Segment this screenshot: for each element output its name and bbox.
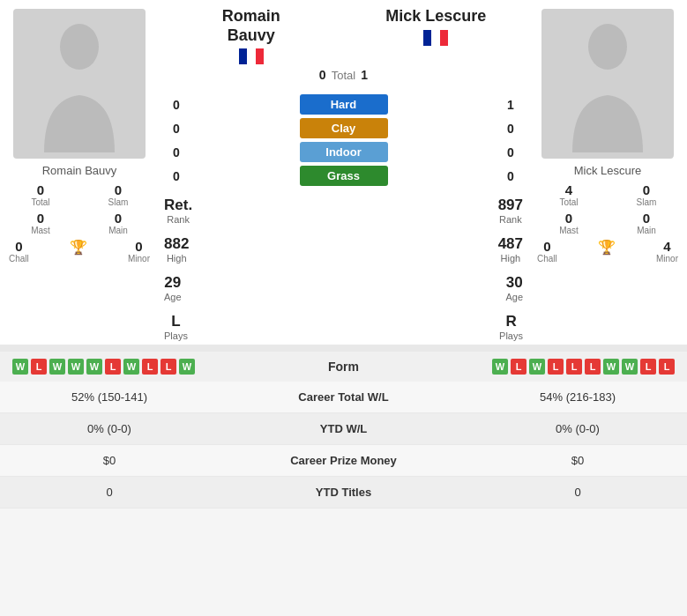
- right-form-badge-9: L: [659, 359, 675, 375]
- right-form-badge-0: W: [492, 359, 508, 375]
- left-age-label: Age: [164, 292, 182, 302]
- left-form-badge-2: W: [49, 359, 65, 375]
- left-form-badge-9: W: [179, 359, 195, 375]
- right-player-name-label: Mick Lescure: [574, 164, 642, 177]
- right-form-badge-3: L: [548, 359, 564, 375]
- right-name-center: Mick Lescure: [344, 7, 529, 46]
- right-plays-stat: R Plays: [499, 309, 523, 345]
- right-form-badge-1: L: [511, 359, 526, 375]
- right-mast-value: 0: [537, 211, 601, 226]
- court-left-score: 0: [168, 98, 185, 112]
- stats-row-2: $0 Career Prize Money $0: [0, 445, 687, 477]
- court-left-score: 0: [168, 145, 185, 160]
- right-trophy-row: 0 Chall 🏆 4 Minor: [537, 239, 678, 263]
- left-main-value: 0: [86, 211, 150, 226]
- right-main-value: 0: [615, 211, 678, 226]
- stats-center-3: YTD Titles: [206, 486, 481, 499]
- left-high-stat: 882 High: [164, 232, 189, 267]
- left-name-center: Romain Bauvy: [159, 7, 344, 64]
- right-mast-label: Mast: [537, 226, 601, 235]
- main-container: Romain Bauvy 0 Total 0 Slam 0 Mast 0 Mai…: [0, 0, 687, 508]
- right-age-stat: 30 Age: [505, 271, 523, 306]
- right-form-badge-7: W: [622, 359, 638, 375]
- stats-table: 52% (150-141) Career Total W/L 54% (216-…: [0, 382, 687, 508]
- left-form-badges: WLWWWLWLLW: [12, 359, 195, 375]
- left-slam-label: Slam: [86, 197, 150, 207]
- court-badge-grass: Grass: [300, 166, 388, 186]
- stats-center-0: Career Total W/L: [206, 390, 481, 404]
- rflag-red: [440, 30, 448, 46]
- left-flag-fr: [239, 48, 264, 64]
- left-total-cell: 0 Total: [9, 182, 72, 207]
- left-plays-stat: L Plays: [164, 309, 188, 345]
- right-form-badge-8: L: [640, 359, 656, 375]
- flag-red: [256, 48, 264, 64]
- court-row-clay: 0 Clay 0: [159, 118, 528, 138]
- right-age-value: 30: [505, 274, 523, 292]
- left-plays-value: L: [164, 313, 188, 330]
- stats-row-1: 0% (0-0) YTD W/L 0% (0-0): [0, 413, 687, 445]
- left-rank-label: Rank: [164, 214, 192, 225]
- stats-left-3: 0: [12, 486, 206, 499]
- left-trophy-row: 0 Chall 🏆 0 Minor: [9, 239, 150, 263]
- left-mast-label: Mast: [9, 226, 72, 235]
- right-player-col: Mick Lescure 4 Total 0 Slam 0 Mast 0 Mai…: [528, 0, 687, 345]
- stats-center-1: YTD W/L: [206, 422, 481, 435]
- court-row-grass: 0 Grass 0: [159, 166, 528, 186]
- left-chall-value: 0: [9, 239, 29, 254]
- left-mast-value: 0: [9, 211, 72, 226]
- center-stats-row: Ret. Rank 897 Rank: [159, 193, 528, 228]
- left-chall-cell: 0 Chall: [9, 239, 29, 263]
- left-plays-label: Plays: [164, 330, 188, 341]
- left-total-value: 0: [9, 182, 72, 197]
- right-player-photo: [541, 9, 674, 159]
- right-main-cell: 0 Main: [615, 211, 678, 235]
- age-stats-row: 29 Age 30 Age: [159, 271, 528, 306]
- right-chall-cell: 0 Chall: [537, 239, 557, 263]
- flag-blue: [239, 48, 247, 64]
- left-player-name-label: Romain Bauvy: [42, 164, 117, 177]
- stats-left-1: 0% (0-0): [12, 422, 206, 435]
- stats-right-2: $0: [481, 454, 675, 467]
- right-slam-value: 0: [615, 182, 678, 197]
- court-badge-indoor: Indoor: [300, 142, 388, 162]
- right-high-value: 487: [498, 235, 523, 253]
- right-slam-cell: 0 Slam: [615, 182, 678, 207]
- court-row-hard: 0 Hard 1: [159, 94, 528, 115]
- right-total-cell: 4 Total: [537, 182, 601, 207]
- right-minor-cell: 4 Minor: [656, 239, 678, 263]
- left-mast-cell: 0 Mast: [9, 211, 72, 235]
- stats-left-0: 52% (150-141): [12, 390, 206, 404]
- right-flag: [344, 30, 529, 46]
- left-form-badge-6: W: [123, 359, 139, 375]
- right-minor-value: 4: [656, 239, 678, 254]
- right-chall-label: Chall: [537, 254, 557, 263]
- stats-row-0: 52% (150-141) Career Total W/L 54% (216-…: [0, 382, 687, 413]
- right-player-grid: 4 Total 0 Slam 0 Mast 0 Main: [537, 182, 678, 235]
- left-form-badge-5: L: [105, 359, 121, 375]
- right-form-badge-2: W: [529, 359, 545, 375]
- names-row: Romain Bauvy Mick Lescure: [159, 0, 528, 66]
- right-form-badges: WLWLLLWWLL: [492, 359, 675, 375]
- left-trophy-icon-col: 🏆: [70, 239, 87, 263]
- right-flag-fr: [423, 30, 448, 46]
- left-chall-label: Chall: [9, 254, 29, 263]
- right-trophy-icon: 🏆: [598, 239, 616, 256]
- court-badge-clay: Clay: [300, 118, 388, 138]
- stats-right-0: 54% (216-183): [481, 390, 675, 404]
- total-right-score: 1: [355, 68, 373, 82]
- right-slam-label: Slam: [615, 197, 678, 207]
- center-col: Romain Bauvy Mick Lescure: [159, 0, 528, 345]
- top-section: Romain Bauvy 0 Total 0 Slam 0 Mast 0 Mai…: [0, 0, 687, 345]
- left-minor-cell: 0 Minor: [128, 239, 150, 263]
- stats-right-1: 0% (0-0): [481, 422, 675, 435]
- stats-row-3: 0 YTD Titles 0: [0, 477, 687, 508]
- right-rank-stat: 897 Rank: [498, 193, 523, 228]
- left-form-badge-0: W: [12, 359, 28, 375]
- total-row: 0 Total 1: [305, 66, 382, 84]
- court-right-score: 0: [502, 145, 519, 160]
- left-age-value: 29: [164, 274, 182, 292]
- left-total-label: Total: [9, 197, 72, 207]
- left-minor-value: 0: [128, 239, 150, 254]
- court-right-score: 0: [502, 122, 519, 136]
